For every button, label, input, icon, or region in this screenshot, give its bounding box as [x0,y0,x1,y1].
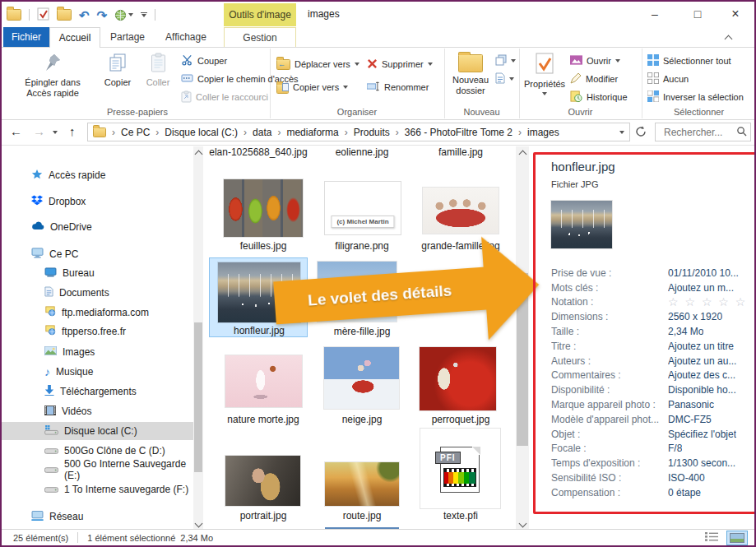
sidebar-item-onedrive[interactable]: OneDrive [2,218,193,236]
file-label[interactable]: elan-1025688_640.jpg [209,146,308,158]
search-icon[interactable] [736,126,747,139]
collapse-ribbon-icon[interactable] [725,35,733,44]
property-value[interactable]: Ajoutez un titre [668,341,734,352]
file-thumbnail-feuilles[interactable] [224,179,303,237]
delete-button[interactable]: Supprimer [367,56,433,72]
breadcrumb-segment[interactable]: data [243,127,271,138]
property-value[interactable]: Ajoutez des c... [668,369,735,381]
file-thumbnail-route[interactable] [325,462,399,506]
forward-button[interactable] [33,125,45,137]
pin-to-quick-access-button[interactable]: Épingler dans Accès rapide [13,50,92,99]
sidebar-item-this-pc[interactable]: Ce PC [2,245,193,263]
sidebar-item-quick-access[interactable]: Accès rapide [2,166,193,184]
breadcrumb-segment[interactable]: Produits [345,127,390,138]
sidebar-item-drive-f[interactable]: 1 To Interne sauvegarde (F:) [2,480,193,498]
image-tools-context-tab[interactable]: Outils d'image [224,3,296,26]
property-value[interactable]: Ajoutez un m... [668,282,734,294]
network-drive-icon[interactable] [114,9,133,21]
rating-stars[interactable]: ☆ ☆ ☆ ☆ ☆ [668,295,747,308]
sidebar-item-ftp-mediaforma[interactable]: ftp.mediaforma.com [2,304,193,322]
group-organize-label[interactable]: Organiser [270,107,444,117]
property-value[interactable]: Panasonic [668,399,714,410]
rename-button[interactable]: Renommer [367,79,429,95]
property-value[interactable]: 01/11/2010 10... [668,267,739,279]
file-thumbnail-texte-pfi[interactable]: PFI [420,428,501,509]
group-clipboard-label[interactable]: Presse-papiers [5,107,270,117]
select-none-button[interactable]: Aucun [647,71,689,87]
property-value[interactable]: DMC-FZ5 [668,414,712,425]
new-item-button[interactable] [495,71,514,87]
sidebar-item-documents[interactable]: Documents [2,284,193,302]
property-value[interactable]: 1/1300 secon... [668,457,735,469]
file-thumbnail-grande-famille[interactable] [423,188,499,234]
undo-icon[interactable] [79,9,90,21]
file-label[interactable]: nature morte.jpg [214,414,313,425]
folder-icon[interactable] [7,9,21,21]
paste-shortcut-button[interactable]: Coller le raccourci [181,89,268,105]
sidebar-item-local-disk-c[interactable]: Disque local (C:) [2,422,193,440]
recent-locations-caret-icon[interactable] [53,131,58,134]
properties-button[interactable]: Propriétés [522,50,567,95]
file-thumbnail-neige[interactable] [324,347,399,409]
file-label[interactable]: perroquet.jpg [411,414,510,425]
scrollbar-thumb[interactable] [194,322,202,472]
group-select-label[interactable]: Sélectionner [642,107,756,117]
easy-access-button[interactable] [495,53,516,69]
property-value[interactable]: Disponible ho... [668,384,736,396]
sidebar-item-music[interactable]: Musique [2,363,193,381]
new-folder-button[interactable]: Nouveau dossier [446,50,495,96]
breadcrumb-segment[interactable]: Ce PC [121,127,150,138]
group-new-label[interactable]: Nouveau [444,107,519,117]
address-history-caret-icon[interactable] [619,131,624,134]
content-scrollbar[interactable] [516,146,529,531]
property-value[interactable]: 2560 x 1920 [668,311,722,322]
property-value[interactable]: Ajoutez un au... [668,355,736,367]
sidebar-item-desktop[interactable]: Bureau [2,264,193,282]
sidebar-item-drive-e[interactable]: 500 Go Interne Sauvegarde (E:) [2,461,193,479]
file-label[interactable]: route.jpg [313,510,411,522]
file-label[interactable]: texte.pfi [411,510,510,522]
maximize-button[interactable] [684,3,711,25]
details-view-icon[interactable] [705,531,718,544]
scroll-up-icon[interactable] [516,146,529,160]
breadcrumb[interactable]: Ce PC Disque local (C:) data mediaforma … [87,123,630,141]
copy-button[interactable]: Copier [97,50,138,88]
select-all-button[interactable]: Sélectionner tout [647,53,731,69]
search-input[interactable] [662,126,736,139]
history-button[interactable]: Historique [570,89,628,105]
tab-accueil[interactable]: Accueil [49,27,100,48]
breadcrumb-segment[interactable]: Disque local (C:) [155,127,238,138]
file-thumbnail-portrait[interactable] [225,456,300,506]
sidebar-item-network[interactable]: Réseau [2,508,193,526]
back-button[interactable] [10,125,22,137]
file-label[interactable]: eolienne.jpg [313,146,411,158]
sidebar-item-dropbox[interactable]: Dropbox [2,192,193,211]
sidebar-scrollbar[interactable] [193,146,203,531]
file-thumbnail-filigrane[interactable]: (c) Michel Martin [324,181,401,235]
thumbnails-view-icon[interactable] [726,531,748,545]
move-to-button[interactable]: ← Déplacer vers [276,56,359,72]
file-label[interactable]: famille.jpg [411,146,510,158]
file-thumbnail-nature-morte[interactable] [225,355,302,407]
property-value[interactable]: Spécifiez l'objet [668,429,736,440]
sidebar-item-drive-d[interactable]: 500Go Clône de C (D:) [2,442,193,460]
refresh-icon[interactable] [635,126,647,140]
sidebar-item-ftpperso[interactable]: ftpperso.free.fr [2,322,193,341]
sidebar-item-videos[interactable]: Vidéos [2,402,193,420]
edit-button[interactable]: Modifier [570,71,618,87]
sidebar-item-pictures[interactable]: Images [2,343,193,361]
tab-affichage[interactable]: Affichage [155,27,217,47]
invert-selection-button[interactable]: Inverser la sélection [647,89,744,105]
cut-button[interactable]: Couper [181,53,227,69]
scroll-up-icon[interactable] [193,146,203,160]
breadcrumb-segment[interactable]: images [518,127,559,138]
tab-gestion[interactable]: Gestion [224,27,296,47]
property-value[interactable]: 2,34 Mo [668,326,703,337]
breadcrumb-segment[interactable]: 366 - PhotoFiltre Tome 2 [396,127,513,138]
property-value[interactable]: 0 étape [668,487,701,498]
minimize-button[interactable] [642,3,668,25]
customize-qat-icon[interactable] [141,12,147,18]
sidebar-item-downloads[interactable]: Téléchargements [2,382,193,401]
paste-button[interactable]: Coller [140,50,176,88]
redo-icon[interactable] [97,9,108,21]
